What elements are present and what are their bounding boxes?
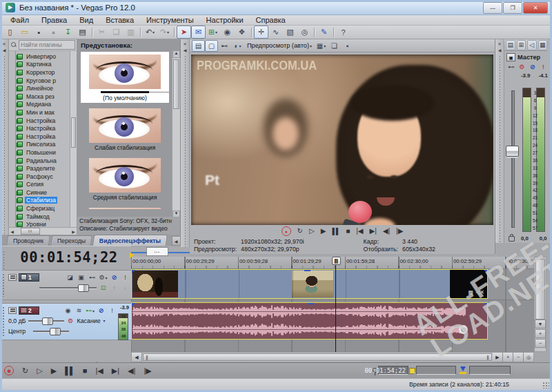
title-bar[interactable]: ▶ Без названия * - Vegas Pro 12.0 — ❐ ✕ (0, 0, 552, 15)
plugin-item[interactable]: Расфокус (13, 173, 70, 181)
plugin-vertical-scrollbar[interactable] (70, 51, 77, 228)
preset-item[interactable]: Средняя стабилизация (81, 155, 169, 202)
plugin-item[interactable]: Линейное (13, 84, 70, 92)
dropdown-icon[interactable]: ▾ (103, 318, 106, 323)
copy-snapshot-button[interactable]: ❏ (328, 40, 341, 52)
normal-edit-tool-button[interactable]: ➤ (177, 26, 191, 39)
preset-item[interactable]: (По умолчанию) (81, 52, 169, 103)
tab-Переходы[interactable]: Переходы (50, 235, 92, 246)
mixer-dock-grip[interactable] (495, 39, 504, 243)
record-button[interactable]: ● (4, 366, 14, 375)
video-track-header[interactable]: 1 ◪ ▣ ⊷ ⚙▾ ⊘ ! ⊡ ↑ ↓ (0, 270, 131, 300)
menu-item[interactable]: Файл (4, 15, 35, 25)
playhead-line[interactable] (335, 257, 336, 352)
scroll-up-icon[interactable]: ▲ (172, 50, 180, 58)
envelope-edit-tool-button[interactable]: ✉ (191, 26, 206, 39)
maximize-button[interactable]: ❐ (503, 2, 522, 14)
play-button[interactable]: ▶ (321, 228, 326, 235)
plugin-item[interactable]: Корректор (13, 68, 70, 77)
track-collapse-button[interactable] (8, 307, 17, 314)
stop-button[interactable]: ■ (83, 367, 88, 375)
plugin-item[interactable]: Инвертиро (13, 52, 70, 61)
solo-icon[interactable]: ! (108, 307, 117, 314)
tab-Проводник[interactable]: Проводник (6, 235, 50, 246)
track-motion-icon[interactable]: ▣ (77, 274, 86, 281)
plugin-item[interactable]: Медиана (13, 101, 70, 109)
new-project-button[interactable]: ▯ (3, 26, 17, 39)
solo-icon[interactable]: ! (540, 63, 548, 70)
go-to-start-button[interactable]: |◀ (356, 228, 363, 235)
mixer-views-button[interactable]: ▦ (538, 40, 548, 50)
plugin-dock-grip[interactable] (0, 39, 9, 235)
resize-grip[interactable] (542, 382, 549, 389)
dock-pin-icon[interactable] (182, 47, 188, 53)
save-snapshot-button[interactable]: ▪ (341, 40, 354, 52)
record-arm-icon[interactable]: ◉ (63, 307, 72, 314)
scroll-left-icon[interactable]: ◀ (9, 229, 15, 234)
zoom-in-vertical-icon[interactable]: + (535, 329, 546, 338)
audio-track-header[interactable]: 2 ◉ ≋ ⊷▾ ⊘ ! 0,0 дБ ⚙ Касание ▾ Цент (0, 303, 131, 340)
audio-track-lane[interactable]: ⚙ (131, 302, 534, 340)
master-fader-handle[interactable] (506, 146, 519, 157)
video-track-lane[interactable]: ▦ ◁✕ (131, 269, 534, 300)
insert-assignable-fx-button[interactable]: ⊞ (517, 40, 526, 50)
camera-icon[interactable]: ⊡ (99, 284, 108, 291)
slider-handle[interactable] (42, 317, 53, 325)
plugin-item[interactable]: Сияние (13, 188, 70, 197)
dock-drag-handle[interactable] (498, 55, 502, 243)
overlay-grid-button[interactable]: ▦▾ (315, 40, 328, 52)
fx-plug-icon[interactable]: ⊷ (88, 274, 97, 281)
previous-frame-button[interactable]: ◀| (128, 367, 135, 375)
event-gear-icon[interactable]: ⚙ (459, 325, 468, 334)
scrollbar-thumb[interactable] (71, 117, 76, 148)
plugin-item[interactable]: Разделите (13, 164, 70, 173)
external-monitor-button[interactable]: ▢ (205, 40, 218, 52)
plugin-item[interactable]: Сферизац (13, 204, 70, 213)
arrow-up-icon[interactable]: ↑ (110, 284, 119, 291)
marker-flag-icon[interactable] (130, 253, 135, 258)
plugin-item[interactable]: Маска рез (13, 92, 70, 101)
timeline-vertical-scrollbar[interactable]: ═ ▼ + − (534, 257, 546, 352)
video-preview-frame[interactable]: Pt PROGRAMKI.COM.UA (191, 55, 493, 225)
volume-slider[interactable] (28, 317, 64, 324)
timeline-horizontal-scrollbar[interactable]: ◀ ▐▌ ▶ + − ◎ (131, 352, 534, 362)
menu-item[interactable]: Вставка (99, 15, 140, 25)
redo-button[interactable]: ↷▾ (157, 26, 172, 39)
gear-icon[interactable]: ⚙▾ (99, 274, 108, 281)
save-project-button[interactable]: ▪ (32, 26, 46, 39)
scroll-left-icon[interactable]: ◀ (132, 353, 142, 362)
paint-tool-button[interactable]: ✎ (317, 26, 331, 39)
plugin-item[interactable]: Пикселиза (13, 141, 70, 149)
plugin-item[interactable]: Настройка (13, 133, 70, 141)
insert-bus-button[interactable]: ▤ (506, 40, 515, 50)
zoom-out-vertical-icon[interactable]: − (535, 339, 546, 348)
marker-tool-icon[interactable] (460, 366, 467, 374)
dock-close-icon[interactable] (182, 41, 188, 47)
gear-icon[interactable]: ⚙ (66, 317, 75, 324)
arrow-down-icon[interactable]: ↓ (121, 284, 130, 291)
project-properties-button[interactable]: ▤ (75, 26, 90, 39)
pause-button[interactable]: ▌▌ (65, 367, 75, 375)
preset-scrollbar[interactable]: ▲ ▼ (172, 50, 180, 218)
dock-close-icon[interactable] (497, 41, 503, 47)
next-frame-button[interactable]: |▶ (396, 228, 403, 235)
zoom-out-icon[interactable]: − (513, 353, 524, 362)
track-drag-handle[interactable] (2, 273, 5, 297)
plugin-item[interactable]: Настройка (13, 124, 70, 133)
go-to-start-button[interactable]: |◀ (95, 367, 103, 375)
envelope-point-tool-button[interactable]: ∿ (268, 26, 283, 39)
preset-item[interactable] (81, 205, 169, 209)
cut-button[interactable]: ✂ (95, 26, 109, 39)
dropdown-icon[interactable]: ▾ (152, 30, 155, 35)
stop-button[interactable]: ■ (346, 228, 350, 235)
solo-icon[interactable]: ! (121, 274, 130, 281)
zoom-tool-icon[interactable]: ◎ (524, 353, 533, 362)
selection-tool-button[interactable]: ▧ (283, 26, 297, 39)
split-screen-view-button[interactable]: ◐▾ (231, 40, 244, 52)
tab-Видеоспецэффекты[interactable]: Видеоспецэффекты (92, 235, 168, 246)
scrollbar-thumb[interactable]: ═ (535, 259, 545, 320)
zoom-edit-tool-button[interactable]: ◎ (297, 26, 312, 39)
plugin-item[interactable]: Мин и мак (13, 108, 70, 117)
plugin-item[interactable]: Сепия (13, 181, 70, 189)
video-output-fx-button[interactable]: ⊷ (218, 40, 231, 52)
